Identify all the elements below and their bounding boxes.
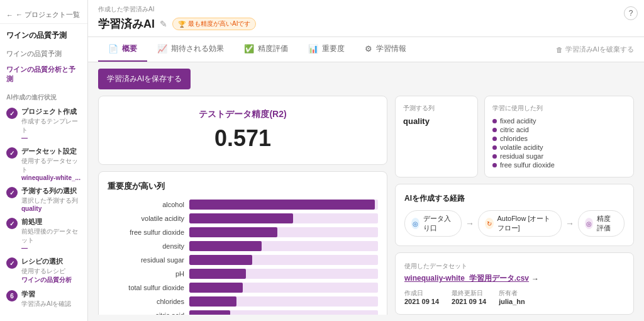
bar-track bbox=[189, 310, 378, 315]
list-item: free sulfur dioxide bbox=[492, 160, 626, 169]
ai-path-flow: ◎データ入り口→↻AutoFlow [オートフロー]→◎精度評価 bbox=[404, 210, 625, 237]
tab-training-info[interactable]: ⚙学習情報 bbox=[355, 37, 416, 62]
bar-row: free sulfur dioxide bbox=[108, 227, 378, 237]
bar-track bbox=[189, 241, 378, 251]
dataset-card-title: 使用したデータセット bbox=[404, 262, 625, 271]
step-num-0: ✓ bbox=[6, 108, 18, 119]
best-badge: 🏆 最も精度が高いAIです bbox=[172, 18, 256, 30]
step-label-2: 予測する列の選択 bbox=[21, 186, 81, 196]
r2-label: テストデータ精度(R2) bbox=[108, 109, 378, 120]
dataset-meta: 作成日2021 09 14最終更新日2021 09 14所有者julia_hn bbox=[404, 289, 625, 305]
predict-column-card: 予測する列 quality bbox=[395, 96, 478, 177]
step-label-4: レシピの選択 bbox=[21, 257, 81, 266]
bar-row: volatile acidity bbox=[108, 213, 378, 223]
sidebar-step-5: 6学習学習済みAIを確認 bbox=[0, 287, 87, 311]
step-num-4: ✓ bbox=[6, 257, 18, 269]
meta-label: 最終更新日 bbox=[452, 289, 486, 298]
bar-label: residual sugar bbox=[108, 256, 189, 264]
edit-icon[interactable]: ✎ bbox=[160, 19, 167, 29]
tab-accuracy[interactable]: ✅精度評価 bbox=[234, 37, 298, 62]
list-item: fixed acidity bbox=[492, 116, 626, 125]
save-button[interactable]: 学習済みAIを保存する bbox=[98, 69, 191, 89]
tab-label-training-info: 学習情報 bbox=[376, 43, 406, 54]
node-label: データ入り口 bbox=[423, 214, 454, 233]
step-sublabel-2: 選択した予測する列 bbox=[21, 196, 81, 205]
used-columns-card: 学習に使用した列 fixed aciditycitric acidchlorid… bbox=[484, 96, 634, 177]
sidebar-step-0: ✓プロジェクト作成作成するテンプレート— bbox=[0, 104, 87, 144]
r2-card: テストデータ精度(R2) 0.571 bbox=[98, 96, 387, 165]
tab-label-overview: 概要 bbox=[122, 43, 137, 54]
column-name: citric acid bbox=[500, 126, 529, 133]
step-content-1: データセット設定使用するデータセットwinequaliy-white_... bbox=[21, 147, 81, 181]
sidebar: ← ← プロジェクト一覧 ワインの品質予測 ワインの品質予測 ワインの品質分析と… bbox=[0, 0, 88, 321]
tab-importance[interactable]: 📊重要度 bbox=[298, 37, 355, 62]
bar-label: citric acid bbox=[108, 312, 189, 315]
bar-fill bbox=[189, 310, 230, 315]
tab-icon-training-info: ⚙ bbox=[365, 44, 372, 54]
tab-overview[interactable]: 📄概要 bbox=[98, 37, 147, 62]
tab-expected-effect[interactable]: 📈期待される効果 bbox=[147, 37, 234, 62]
content-area: テストデータ精度(R2) 0.571 重要度が高い列 alcoholvolati… bbox=[88, 96, 644, 321]
trophy-icon: 🏆 bbox=[178, 21, 186, 28]
content-left: テストデータ精度(R2) 0.571 重要度が高い列 alcoholvolati… bbox=[98, 96, 387, 315]
list-item: citric acid bbox=[492, 125, 626, 134]
list-item: chlorides bbox=[492, 134, 626, 143]
sidebar-item-wine-predict[interactable]: ワインの品質予測 bbox=[0, 46, 87, 62]
trash-icon: 🗑 bbox=[556, 46, 563, 54]
help-button[interactable]: ? bbox=[624, 6, 638, 20]
predict-col-title: 予測する列 bbox=[403, 104, 470, 113]
sidebar-step-3: ✓前処理前処理後のデータセット— bbox=[0, 215, 87, 254]
list-item: volatile acidity bbox=[492, 143, 626, 152]
bar-label: volatile acidity bbox=[108, 215, 189, 222]
step-num-5: 6 bbox=[6, 290, 18, 301]
r2-value: 0.571 bbox=[108, 125, 378, 152]
tab-icon-accuracy: ✅ bbox=[244, 44, 254, 54]
main-header: 作成した学習済みAI 学習済みAI ✎ 🏆 最も精度が高いAIです bbox=[88, 0, 644, 37]
column-name: chlorides bbox=[500, 135, 528, 142]
bar-row: pH bbox=[108, 269, 378, 279]
breadcrumb: 作成した学習済みAI bbox=[98, 5, 634, 14]
predict-col-value: quality bbox=[403, 116, 470, 126]
meta-value: 2021 09 14 bbox=[404, 298, 439, 305]
column-dot bbox=[492, 119, 497, 123]
column-name: volatile acidity bbox=[500, 144, 543, 151]
sidebar-item-wine-analysis[interactable]: ワインの品質分析と予測 bbox=[0, 62, 87, 87]
flow-node-2[interactable]: ◎精度評価 bbox=[578, 210, 625, 237]
step-num-3: ✓ bbox=[6, 218, 18, 229]
column-dot bbox=[492, 145, 497, 150]
discard-label: 学習済みAIを破棄する bbox=[565, 45, 634, 54]
bar-track bbox=[189, 200, 378, 210]
dataset-link[interactable]: winequaliy-white_学習用データ.csv bbox=[404, 273, 529, 284]
sidebar-step-4: ✓レシピの選択使用するレシピワインの品質分析 bbox=[0, 254, 87, 287]
column-dot bbox=[492, 128, 497, 132]
bar-label: chlorides bbox=[108, 298, 189, 305]
step-sublabel2-2: quality bbox=[21, 205, 81, 212]
step-label-3: 前処理 bbox=[21, 217, 81, 227]
ai-path-title: AIを作成する経路 bbox=[404, 193, 625, 204]
tab-label-importance: 重要度 bbox=[322, 43, 345, 54]
list-item: residual sugar bbox=[492, 152, 626, 160]
bar-label: density bbox=[108, 242, 189, 250]
bar-row: chlorides bbox=[108, 296, 378, 307]
sidebar-step-2: ✓予測する列の選択選択した予測する列quality bbox=[0, 184, 87, 215]
flow-node-1[interactable]: ↻AutoFlow [オートフロー] bbox=[478, 210, 562, 237]
tab-icon-expected-effect: 📈 bbox=[157, 44, 167, 54]
flow-node-0[interactable]: ◎データ入り口 bbox=[404, 210, 462, 237]
bar-track bbox=[189, 255, 378, 265]
bar-row: total sulfur dioxide bbox=[108, 283, 378, 293]
importance-chart-card: 重要度が高い列 alcoholvolatile acidityfree sulf… bbox=[98, 171, 387, 315]
discard-button[interactable]: 🗑 学習済みAIを破棄する bbox=[556, 45, 634, 54]
bar-track bbox=[189, 269, 378, 279]
dataset-arrow: → bbox=[531, 274, 539, 283]
step-content-2: 予測する列の選択選択した予測する列quality bbox=[21, 186, 81, 212]
bar-fill bbox=[189, 283, 243, 293]
bar-track bbox=[189, 227, 378, 237]
meta-item: 最終更新日2021 09 14 bbox=[452, 289, 486, 305]
step-sublabel-0: 作成するテンプレート bbox=[21, 117, 81, 135]
used-cols-title: 学習に使用した列 bbox=[492, 104, 626, 113]
bar-label: total sulfur dioxide bbox=[108, 284, 189, 291]
bar-fill bbox=[189, 227, 277, 237]
back-button[interactable]: ← ← プロジェクト一覧 bbox=[0, 6, 87, 24]
step-sublabel-4: 使用するレシピ bbox=[21, 267, 81, 276]
bar-fill bbox=[189, 241, 262, 251]
